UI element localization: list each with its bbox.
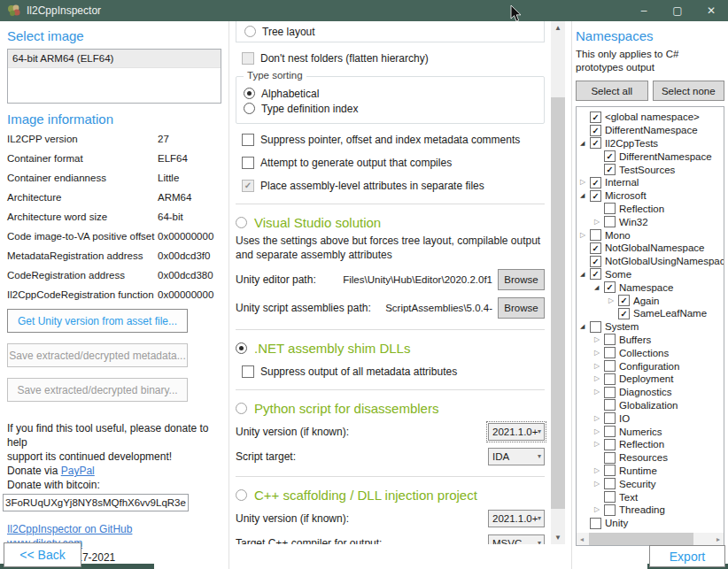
cpp-scaffolding-section-header[interactable]: C++ scaffolding / DLL injection project bbox=[236, 488, 546, 503]
namespace-checkbox[interactable] bbox=[604, 216, 616, 227]
suppress-metadata-checkbox[interactable] bbox=[242, 365, 254, 378]
type-definition-index-radio[interactable] bbox=[244, 103, 255, 114]
tree-item[interactable]: Il2CppTests bbox=[577, 137, 724, 150]
export-button[interactable]: Export bbox=[649, 545, 725, 567]
scrollbar-thumb[interactable] bbox=[551, 97, 565, 509]
expander-icon[interactable] bbox=[594, 363, 604, 370]
options-scrollbar[interactable]: ▲ ▼ bbox=[551, 21, 565, 544]
tree-layout-radio[interactable] bbox=[244, 26, 256, 37]
expander-icon[interactable] bbox=[594, 506, 604, 513]
tree-item[interactable]: Configuration bbox=[577, 359, 724, 373]
namespace-checkbox[interactable] bbox=[604, 399, 616, 411]
type-definition-index-option[interactable]: Type definition index bbox=[244, 101, 537, 116]
namespaces-tree[interactable]: <global namespace> DifferentNamespace Il… bbox=[576, 106, 724, 546]
scrollbar-thumb[interactable] bbox=[589, 533, 693, 545]
select-all-button[interactable]: Select all bbox=[576, 81, 648, 101]
namespace-checkbox[interactable] bbox=[604, 360, 616, 372]
dont-nest-folders-option[interactable]: Don't nest folders (flatten hierarchy) bbox=[242, 50, 545, 65]
namespace-checkbox[interactable] bbox=[590, 242, 601, 254]
expander-icon[interactable] bbox=[580, 271, 590, 278]
expander-icon[interactable] bbox=[580, 192, 590, 199]
tree-item[interactable]: DifferentNamespace bbox=[577, 124, 724, 137]
minimize-button[interactable]: – bbox=[627, 0, 661, 21]
expander-icon[interactable] bbox=[594, 481, 604, 488]
scroll-left-icon[interactable]: ◂ bbox=[577, 535, 587, 543]
tree-item[interactable]: TestSources bbox=[577, 163, 724, 176]
tree-item[interactable]: Runtime bbox=[577, 465, 724, 478]
namespace-checkbox[interactable] bbox=[604, 347, 616, 358]
tree-item[interactable]: Text bbox=[577, 490, 724, 504]
cpp-unity-version-select[interactable]: 2021.1.0+ ▾ bbox=[488, 510, 545, 527]
browse-editor-button[interactable]: Browse bbox=[498, 269, 545, 290]
net-shim-section-header[interactable]: .NET assembly shim DLLs bbox=[236, 341, 546, 356]
namespace-checkbox[interactable] bbox=[604, 150, 616, 162]
namespace-checkbox[interactable] bbox=[604, 504, 616, 516]
namespace-checkbox[interactable] bbox=[590, 321, 601, 333]
save-binary-button[interactable]: Save extracted/decrypted binary... bbox=[7, 378, 188, 402]
scroll-right-icon[interactable]: ▸ bbox=[713, 535, 724, 543]
namespace-checkbox[interactable] bbox=[604, 373, 616, 385]
tree-item[interactable]: DifferentNamespace bbox=[577, 150, 724, 163]
namespace-checkbox[interactable] bbox=[604, 439, 616, 450]
tree-item[interactable]: Buffers bbox=[577, 334, 724, 347]
python-script-section-header[interactable]: Python script for disassemblers bbox=[236, 401, 546, 416]
namespace-checkbox[interactable] bbox=[604, 426, 616, 437]
image-listbox[interactable]: 64-bit ARM64 (ELF64) bbox=[7, 49, 221, 104]
tree-horizontal-scrollbar[interactable]: ◂ ▸ bbox=[577, 533, 724, 545]
tree-item[interactable]: Threading bbox=[577, 504, 724, 517]
back-button[interactable]: << Back bbox=[4, 542, 81, 567]
tree-item[interactable]: System bbox=[577, 320, 724, 334]
net-shim-radio[interactable] bbox=[236, 342, 247, 354]
select-none-button[interactable]: Select none bbox=[653, 81, 725, 101]
paypal-link[interactable]: PayPal bbox=[61, 465, 95, 477]
alphabetical-option[interactable]: Alphabetical bbox=[244, 86, 537, 101]
scroll-up-icon[interactable]: ▲ bbox=[551, 21, 565, 35]
attempt-compile-checkbox[interactable] bbox=[242, 157, 254, 169]
expander-icon[interactable] bbox=[594, 375, 604, 382]
namespace-checkbox[interactable] bbox=[590, 111, 601, 123]
tree-item[interactable]: Reflection bbox=[577, 438, 724, 451]
namespace-checkbox[interactable] bbox=[590, 177, 601, 188]
maximize-button[interactable]: ▢ bbox=[661, 0, 694, 21]
expander-icon[interactable] bbox=[608, 297, 618, 304]
expander-icon[interactable] bbox=[594, 219, 604, 226]
suppress-metadata-option[interactable]: Suppress output of all metadata attribut… bbox=[242, 364, 545, 379]
tree-item[interactable]: Security bbox=[577, 477, 724, 490]
expander-icon[interactable] bbox=[594, 284, 604, 291]
namespace-checkbox[interactable] bbox=[590, 137, 601, 149]
namespace-checkbox[interactable] bbox=[604, 452, 616, 464]
namespace-checkbox[interactable] bbox=[604, 412, 616, 424]
tree-item[interactable]: NotGlobalUsingNamespace bbox=[577, 255, 724, 268]
namespace-checkbox[interactable] bbox=[604, 387, 616, 398]
tree-item[interactable]: Namespace bbox=[577, 281, 724, 294]
expander-icon[interactable] bbox=[594, 428, 604, 435]
github-link[interactable]: Il2CppInspector on GitHub bbox=[7, 523, 132, 535]
tree-item[interactable]: Globalization bbox=[577, 399, 724, 412]
tree-item[interactable]: Again bbox=[577, 294, 724, 307]
save-metadata-button[interactable]: Save extracted/decrypted metadata... bbox=[7, 343, 188, 367]
cpp-compiler-select[interactable]: MSVC ▾ bbox=[488, 534, 545, 544]
tree-item[interactable]: Diagnostics bbox=[577, 386, 724, 399]
image-list-item-selected[interactable]: 64-bit ARM64 (ELF64) bbox=[8, 50, 221, 68]
tree-item[interactable]: <global namespace> bbox=[577, 111, 724, 124]
tree-item[interactable]: IO bbox=[577, 411, 724, 425]
expander-icon[interactable] bbox=[594, 415, 604, 422]
namespace-checkbox[interactable] bbox=[604, 334, 616, 345]
expander-icon[interactable] bbox=[594, 467, 604, 474]
browse-assemblies-button[interactable]: Browse bbox=[498, 297, 545, 319]
expander-icon[interactable] bbox=[580, 179, 590, 186]
bitcoin-address-field[interactable] bbox=[3, 494, 189, 511]
tree-item[interactable]: Collections bbox=[577, 346, 724, 359]
expander-icon[interactable] bbox=[580, 140, 590, 147]
namespace-checkbox[interactable] bbox=[590, 125, 601, 136]
expander-icon[interactable] bbox=[594, 336, 604, 343]
tree-item[interactable]: Unity bbox=[577, 517, 724, 530]
namespace-checkbox[interactable] bbox=[604, 465, 616, 476]
namespace-checkbox[interactable] bbox=[618, 308, 630, 319]
unity-editor-path-value[interactable]: Files\Unity\Hub\Editor\2020.2.0f1 bbox=[316, 274, 492, 285]
suppress-pointer-option[interactable]: Suppress pointer, offset and index metad… bbox=[242, 132, 545, 147]
expander-icon[interactable] bbox=[594, 388, 604, 396]
script-target-select[interactable]: IDA ▾ bbox=[488, 448, 545, 465]
namespace-checkbox[interactable] bbox=[590, 518, 601, 529]
namespace-checkbox[interactable] bbox=[618, 295, 630, 306]
